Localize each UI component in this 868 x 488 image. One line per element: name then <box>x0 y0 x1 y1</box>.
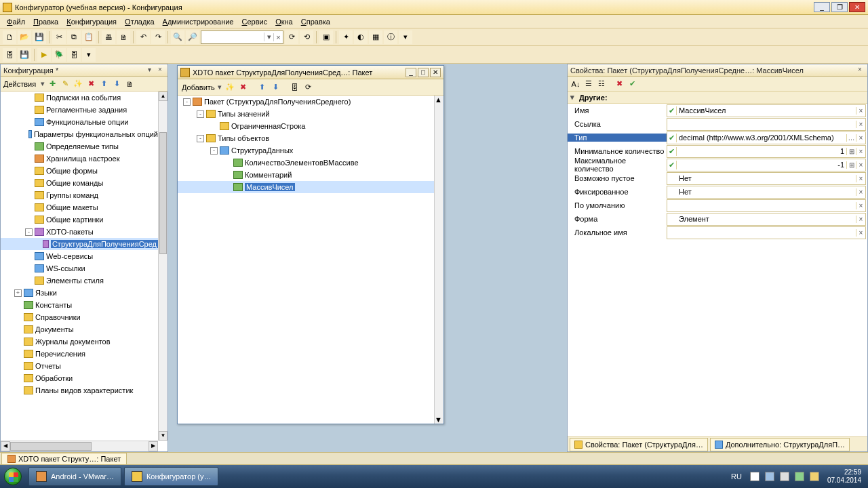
property-value[interactable]: -1 <box>677 161 846 169</box>
tree-item[interactable]: КоличествоЭлементовВМассиве <box>178 157 434 169</box>
property-value-wrap[interactable]: Нет× <box>667 186 866 199</box>
start-button[interactable] <box>0 465 26 488</box>
scroll-right-icon[interactable]: ▶ <box>149 441 158 451</box>
settings-db-icon[interactable]: 🗄 <box>67 48 81 62</box>
configuration-tree[interactable]: Подписки на событияРегламентные заданияФ… <box>1 92 158 441</box>
delete-icon[interactable]: ✖ <box>238 82 249 93</box>
menu-отладка[interactable]: Отладка <box>121 16 159 27</box>
scroll-up-icon[interactable]: ▲ <box>159 92 167 101</box>
tree-item[interactable]: -Типы значений <box>178 108 434 120</box>
vertical-scrollbar[interactable]: ▲ ▼ <box>434 96 443 424</box>
calc-icon[interactable]: ▦ <box>369 30 382 44</box>
tree-item[interactable]: Общие формы <box>1 165 158 177</box>
find-next-icon[interactable]: ⟳ <box>285 30 298 44</box>
field-button[interactable]: … <box>846 134 856 142</box>
save-db-icon[interactable]: 💾 <box>18 48 31 62</box>
down-icon[interactable]: ⬇ <box>111 79 122 89</box>
menu-администрирование[interactable]: Администрирование <box>159 16 238 27</box>
expander-icon[interactable]: - <box>197 110 204 118</box>
search-combo[interactable]: ▾× <box>201 30 283 44</box>
field-button[interactable]: × <box>856 175 865 182</box>
important-icon[interactable]: ☷ <box>596 79 607 89</box>
doc-tab[interactable]: XDTO пакет Структу…: Пакет <box>1 453 127 464</box>
expander-icon[interactable]: - <box>197 135 204 142</box>
expander-icon[interactable]: - <box>210 147 218 155</box>
add-button[interactable]: Добавить <box>182 83 215 92</box>
scroll-thumb[interactable] <box>10 442 92 451</box>
taskbar-item[interactable]: Android - VMwar… <box>28 467 121 486</box>
actions-label[interactable]: Действия <box>3 80 36 88</box>
field-button[interactable]: ⊞ <box>846 161 856 169</box>
break-icon[interactable]: ◐ <box>354 30 368 44</box>
field-button[interactable]: × <box>856 202 865 209</box>
delete-icon[interactable]: ✖ <box>85 79 96 89</box>
tree-item[interactable]: -СтруктураДанных <box>178 144 434 157</box>
tree-item[interactable]: Документы <box>1 323 158 336</box>
property-value[interactable]: 1 <box>677 147 846 155</box>
maximize-button[interactable]: □ <box>418 68 429 77</box>
tree-item[interactable]: Хранилища настроек <box>1 152 158 165</box>
tray-icon[interactable] <box>750 472 760 481</box>
up-icon[interactable]: ⬆ <box>257 82 268 93</box>
property-value[interactable]: Нет <box>677 188 856 196</box>
scroll-thumb[interactable] <box>159 132 167 254</box>
wizard-icon[interactable]: ✨ <box>224 82 235 93</box>
menu-more-icon[interactable]: ▾ <box>82 48 96 62</box>
field-button[interactable]: × <box>856 107 865 115</box>
field-button[interactable]: ⊞ <box>846 148 856 155</box>
tab-properties[interactable]: Свойства: Пакет (СтруктураДля… <box>570 438 708 451</box>
close-button[interactable]: ✕ <box>430 68 441 77</box>
network-icon[interactable] <box>765 472 774 481</box>
menu-окна[interactable]: Окна <box>271 16 297 27</box>
run-icon[interactable]: ▶ <box>37 48 51 62</box>
collapse-icon[interactable]: ▾ <box>570 93 577 102</box>
property-value[interactable]: Элемент <box>677 215 856 223</box>
vertical-scrollbar[interactable]: ▲ ▼ <box>158 92 167 441</box>
help-icon[interactable]: ⓘ <box>384 30 397 44</box>
tree-item[interactable]: Обработки <box>1 372 158 384</box>
tree-item[interactable]: Общие команды <box>1 177 158 189</box>
property-value-wrap[interactable]: × <box>667 226 866 239</box>
up-icon[interactable]: ⬆ <box>98 79 109 89</box>
tree-item[interactable]: Общие картинки <box>1 214 158 226</box>
field-button[interactable]: × <box>856 148 865 155</box>
debug-icon[interactable]: 🪲 <box>52 48 66 62</box>
property-value-wrap[interactable]: ✔-1⊞× <box>667 159 866 171</box>
menu-правка[interactable]: Правка <box>29 16 62 27</box>
clock[interactable]: 22:59 07.04.2014 <box>825 468 864 485</box>
apply-icon[interactable]: ✔ <box>627 79 637 89</box>
tree-item[interactable]: Комментарий <box>178 169 434 181</box>
tree-item[interactable]: -Пакет (СтруктураДляПолученияСреднего) <box>178 96 434 108</box>
field-button[interactable]: × <box>856 229 865 237</box>
tree-item[interactable]: ОграниченнаяСтрока <box>178 120 434 132</box>
property-value-wrap[interactable]: ✔1⊞× <box>667 145 866 158</box>
property-value-wrap[interactable]: × <box>667 199 866 212</box>
print-icon[interactable]: 🖶 <box>102 30 115 44</box>
tree-item[interactable]: -Типы объектов <box>178 132 434 144</box>
expander-icon[interactable]: - <box>25 228 33 236</box>
redo-icon[interactable]: ↷ <box>151 30 165 44</box>
field-button[interactable]: × <box>856 134 865 142</box>
tree-item[interactable]: Функциональные опции <box>1 116 158 128</box>
delete-icon[interactable]: ✖ <box>614 79 625 89</box>
open-file-icon[interactable]: 📂 <box>18 30 31 44</box>
field-button[interactable]: × <box>856 216 865 223</box>
tree-item[interactable]: +Языки <box>1 287 158 299</box>
menu-справка[interactable]: Справка <box>297 16 334 27</box>
doc-title-bar[interactable]: XDTO пакет СтруктураДляПолученияСред…: П… <box>178 66 443 79</box>
field-button[interactable]: × <box>856 161 865 169</box>
tree-item[interactable]: Перечисления <box>1 348 158 360</box>
menu-more-icon[interactable]: ▾ <box>399 30 412 44</box>
property-value[interactable]: Нет <box>677 174 856 182</box>
add-icon[interactable]: ✚ <box>47 79 58 89</box>
tree-item[interactable]: Планы видов характеристик <box>1 384 158 396</box>
copy-icon[interactable]: ⧉ <box>67 30 81 44</box>
save-icon[interactable]: 💾 <box>33 30 46 44</box>
tree-item[interactable]: МассивЧисел <box>178 181 434 193</box>
zoom-icon[interactable]: 🔎 <box>186 30 199 44</box>
syntax-icon[interactable]: ✦ <box>339 30 353 44</box>
down-icon[interactable]: ⬇ <box>271 82 281 93</box>
scroll-down-icon[interactable]: ▼ <box>159 431 167 441</box>
menu-конфигурация[interactable]: Конфигурация <box>62 16 121 27</box>
close-panel-icon[interactable]: × <box>155 66 165 75</box>
